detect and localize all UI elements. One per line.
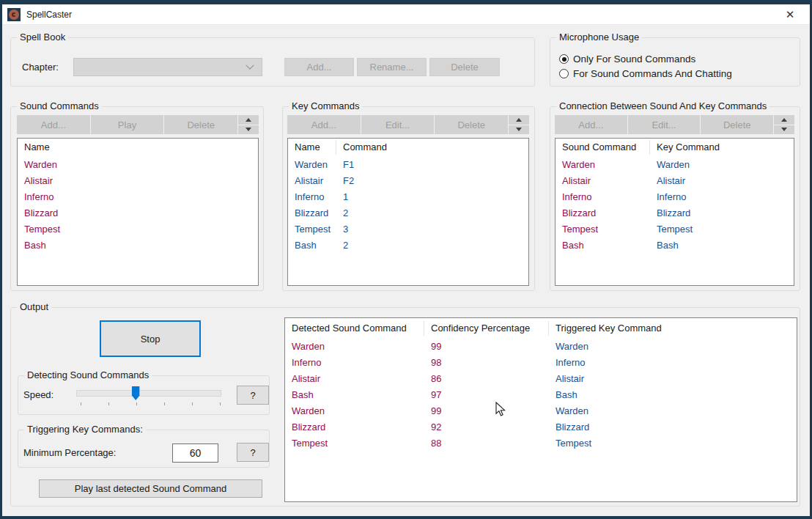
spell-orb-icon xyxy=(9,10,19,20)
key-delete-button[interactable]: Delete xyxy=(435,115,508,134)
sound-play-button[interactable]: Play xyxy=(91,115,164,134)
speed-label: Speed: xyxy=(23,389,53,400)
sound-name-cell: Warden xyxy=(18,159,258,170)
triggered-key-cell: Inferno xyxy=(549,357,797,368)
spin-down-icon xyxy=(781,128,787,131)
triggered-key-cell: Blizzard xyxy=(549,422,797,432)
spellbook-rename-button[interactable]: Rename... xyxy=(357,58,427,76)
connection-key-cell: Tempest xyxy=(650,224,794,235)
key-commands-group-label: Key Commands xyxy=(289,100,362,111)
output-table-row[interactable]: Alistair 86 Alistair xyxy=(285,370,797,386)
key-col-command: Command xyxy=(336,140,528,155)
connection-col-sound: Sound Command xyxy=(556,140,650,155)
speed-slider[interactable] xyxy=(76,386,221,407)
key-list-item[interactable]: Alistair F2 xyxy=(288,172,528,188)
spin-down-icon xyxy=(246,128,251,131)
sound-list-item[interactable]: Bash xyxy=(18,237,258,253)
connection-edit-button[interactable]: Edit... xyxy=(628,115,701,134)
key-name-cell: Inferno xyxy=(288,191,336,202)
confidency-cell: 86 xyxy=(424,373,549,384)
key-move-up-button[interactable] xyxy=(509,115,529,125)
key-list-item[interactable]: Warden F1 xyxy=(288,156,528,172)
connection-move-up-button[interactable] xyxy=(774,115,794,125)
sound-list-item[interactable]: Inferno xyxy=(18,188,258,205)
detected-sound-cell: Alistair xyxy=(285,373,424,384)
percentage-help-button[interactable]: ? xyxy=(237,443,269,462)
key-reorder-spinner xyxy=(509,115,529,134)
close-button[interactable]: ✕ xyxy=(776,4,804,25)
radio-sound-and-chatting[interactable]: For Sound Commands And Chatting xyxy=(559,68,732,79)
sound-name-cell: Inferno xyxy=(18,191,258,202)
output-table-row[interactable]: Inferno 98 Inferno xyxy=(285,354,797,370)
slider-ticks xyxy=(76,402,221,406)
connection-sound-cell: Tempest xyxy=(556,224,650,235)
connection-list-item[interactable]: Alistair Alistair xyxy=(556,172,794,188)
key-commands-toolbar: Add... Edit... Delete xyxy=(287,115,529,134)
key-name-cell: Bash xyxy=(288,240,336,251)
key-list-item[interactable]: Blizzard 2 xyxy=(288,205,528,221)
sound-list-item[interactable]: Alistair xyxy=(18,172,258,188)
output-table-row[interactable]: Bash 97 Bash xyxy=(285,386,797,402)
key-list-item[interactable]: Inferno 1 xyxy=(288,188,528,205)
key-list-item[interactable]: Bash 2 xyxy=(288,237,528,253)
connection-move-down-button[interactable] xyxy=(774,125,794,135)
slider-thumb[interactable] xyxy=(132,386,140,400)
output-col-triggered: Triggered Key Command xyxy=(549,321,797,336)
sound-list-item[interactable]: Tempest xyxy=(18,221,258,237)
confidency-cell: 88 xyxy=(424,438,549,449)
sound-list-item[interactable]: Blizzard xyxy=(18,205,258,221)
key-list-rows: Warden F1 Alistair F2 Inferno 1 Blizzard… xyxy=(288,156,528,253)
detected-sound-cell: Blizzard xyxy=(285,422,424,432)
stop-button[interactable]: Stop xyxy=(100,320,201,357)
output-table-row[interactable]: Blizzard 92 Blizzard xyxy=(285,419,797,435)
key-command-cell: 1 xyxy=(336,191,528,202)
key-edit-button[interactable]: Edit... xyxy=(361,115,435,134)
connection-sound-cell: Inferno xyxy=(556,191,650,202)
key-command-cell: 3 xyxy=(336,224,528,235)
sound-add-button[interactable]: Add... xyxy=(17,115,90,134)
connection-key-cell: Bash xyxy=(650,240,794,251)
connections-list-header: Sound Command Key Command xyxy=(556,139,794,156)
key-move-down-button[interactable] xyxy=(509,125,529,135)
radio-only-sound-commands[interactable]: Only For Sound Commands xyxy=(559,54,695,65)
key-name-cell: Blizzard xyxy=(288,207,336,218)
speed-help-button[interactable]: ? xyxy=(237,386,269,405)
connection-delete-button[interactable]: Delete xyxy=(701,115,773,134)
key-command-cell: 2 xyxy=(336,207,528,218)
sound-commands-group-label: Sound Commands xyxy=(17,100,102,111)
output-table-row[interactable]: Tempest 88 Tempest xyxy=(285,435,797,451)
sound-move-up-button[interactable] xyxy=(238,115,259,125)
connection-list-item[interactable]: Bash Bash xyxy=(556,237,794,253)
slider-track[interactable] xyxy=(76,390,221,397)
radio-unselected-icon xyxy=(559,69,569,78)
connection-list-item[interactable]: Warden Warden xyxy=(556,156,794,172)
key-command-cell: F1 xyxy=(336,159,528,170)
app-icon xyxy=(7,8,21,21)
play-last-detected-button[interactable]: Play last detected Sound Command xyxy=(39,479,262,498)
sound-list-item[interactable]: Warden xyxy=(18,156,258,172)
sound-delete-button[interactable]: Delete xyxy=(164,115,237,134)
output-col-confidency: Confidency Percentage xyxy=(424,321,549,336)
connection-add-button[interactable]: Add... xyxy=(555,115,627,134)
minimum-percentage-input[interactable]: 60 xyxy=(172,443,218,463)
triggering-subgroup-label: Triggering Key Commands: xyxy=(24,424,146,435)
spellbook-delete-button[interactable]: Delete xyxy=(429,58,500,76)
output-table-row[interactable]: Warden 99 Warden xyxy=(285,402,797,419)
output-table-row[interactable]: Warden 99 Warden xyxy=(285,338,797,354)
connections-list-rows: Warden Warden Alistair Alistair Inferno … xyxy=(556,156,794,253)
chapter-combobox[interactable] xyxy=(73,58,262,76)
connection-list-item[interactable]: Inferno Inferno xyxy=(556,188,794,205)
sound-name-cell: Bash xyxy=(18,240,258,251)
connection-list-item[interactable]: Tempest Tempest xyxy=(556,221,794,237)
key-list-item[interactable]: Tempest 3 xyxy=(288,221,528,237)
output-group-label: Output xyxy=(17,301,51,312)
detected-sound-cell: Tempest xyxy=(285,438,424,449)
key-add-button[interactable]: Add... xyxy=(287,115,361,134)
confidency-cell: 98 xyxy=(424,357,549,368)
spellbook-add-button[interactable]: Add... xyxy=(284,58,354,76)
connection-list-item[interactable]: Blizzard Blizzard xyxy=(556,205,794,221)
sound-move-down-button[interactable] xyxy=(238,125,259,135)
connection-col-key: Key Command xyxy=(650,140,794,155)
connection-key-cell: Warden xyxy=(650,159,794,170)
output-table-header: Detected Sound Command Confidency Percen… xyxy=(285,318,797,338)
